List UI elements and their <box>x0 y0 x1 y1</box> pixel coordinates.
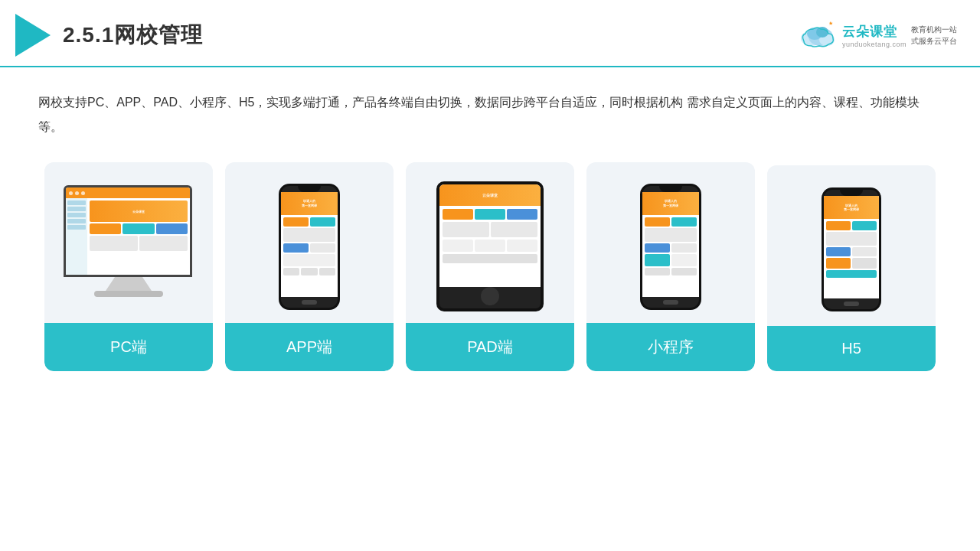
description-text: 网校支持PC、APP、PAD、小程序、H5，实现多端打通，产品各终端自由切换，数… <box>38 90 942 139</box>
brand-text: 云朵课堂 yunduoketang.com <box>842 23 906 48</box>
app-label: APP端 <box>225 323 394 371</box>
h5-card: 职通人的第一堂网课 <box>767 165 936 371</box>
h5-image-area: 职通人的第一堂网课 <box>767 165 936 326</box>
brand-slogan: 教育机构一站式服务云平台 <box>911 24 957 47</box>
pad-label: PAD端 <box>406 323 574 371</box>
miniprogram-card: 职通人的第一堂网课 <box>586 162 755 371</box>
pc-label: PC端 <box>44 323 213 371</box>
page-title: 2.5.1网校管理 <box>63 21 203 50</box>
cloud-icon <box>798 21 838 49</box>
svg-point-4 <box>816 27 828 37</box>
brand-name: 云朵课堂 <box>842 23 897 41</box>
miniprogram-label: 小程序 <box>586 323 755 371</box>
pad-card: 云朵课堂 <box>406 162 574 371</box>
app-phone-mockup: 职通人的第一堂网课 <box>279 184 340 310</box>
pc-card: 云朵课堂 <box>44 162 213 371</box>
header-left: 2.5.1网校管理 <box>15 14 203 57</box>
pc-monitor-mockup: 云朵课堂 <box>64 185 194 308</box>
header-right: 云朵课堂 yunduoketang.com 教育机构一站式服务云平台 <box>798 21 957 49</box>
logo-triangle-icon <box>15 14 51 57</box>
miniprogram-image-area: 职通人的第一堂网课 <box>586 162 755 323</box>
h5-label: H5 <box>767 326 936 371</box>
main-content: 网校支持PC、APP、PAD、小程序、H5，实现多端打通，产品各终端自由切换，数… <box>0 67 980 386</box>
svg-marker-5 <box>829 21 833 25</box>
h5-phone-mockup: 职通人的第一堂网课 <box>822 187 881 311</box>
app-card: 职通人的第一堂网课 <box>225 162 394 371</box>
pad-image-area: 云朵课堂 <box>406 162 574 323</box>
app-image-area: 职通人的第一堂网课 <box>225 162 394 323</box>
pad-tablet-mockup: 云朵课堂 <box>436 181 544 311</box>
platform-cards: 云朵课堂 <box>38 162 942 371</box>
brand-logo: 云朵课堂 yunduoketang.com 教育机构一站式服务云平台 <box>798 21 957 49</box>
pc-image-area: 云朵课堂 <box>44 162 213 323</box>
miniprogram-phone-mockup: 职通人的第一堂网课 <box>640 184 701 310</box>
brand-url: yunduoketang.com <box>842 41 906 48</box>
header: 2.5.1网校管理 云朵课堂 yunduoketang.com 教育机构一站式服… <box>0 0 980 67</box>
